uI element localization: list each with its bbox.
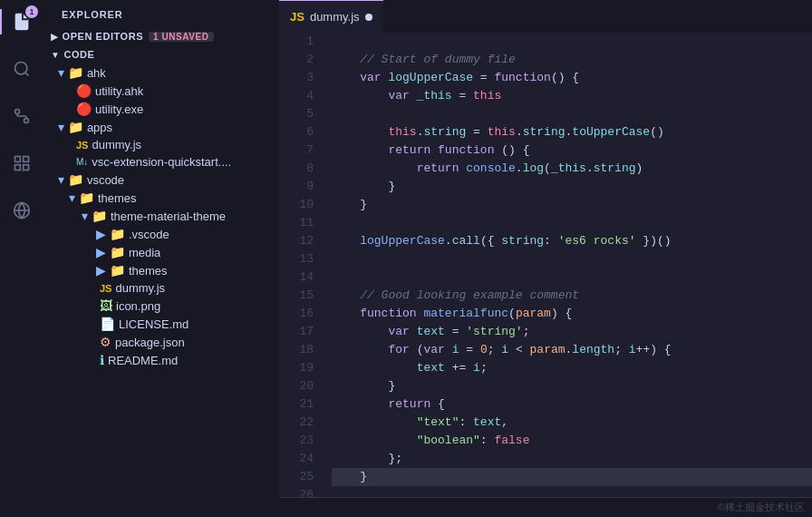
tree-item-package-json[interactable]: ⚙ package.json xyxy=(44,333,279,351)
tree-item-license-md[interactable]: 📄 LICENSE.md xyxy=(44,315,279,333)
folder-icon-media: ▶ 📁 xyxy=(96,245,125,259)
watermark-text: ©稀土掘金技术社区 xyxy=(718,501,805,514)
tree-label-utility-exe: utility.exe xyxy=(95,102,143,116)
tree-label-theme-material: theme-material-theme xyxy=(111,210,226,223)
code-line-16: function materialfunc(param) { xyxy=(332,305,812,323)
tree-label-package-json: package.json xyxy=(115,336,185,349)
tree-item-icon-png[interactable]: 🖼 icon.png xyxy=(44,297,279,315)
tree-item-vsc-ext[interactable]: M↓ vsc-extension-quickstart.... xyxy=(44,153,279,171)
exe-file-icon: 🔴 xyxy=(76,102,92,116)
tree-item-media[interactable]: ▶ 📁 media xyxy=(44,243,279,261)
tree-label-utility-ahk: utility.ahk xyxy=(95,84,143,98)
code-line-15: // Good looking example comment xyxy=(332,287,812,305)
svg-point-2 xyxy=(24,119,29,123)
code-line-12: logUpperCase.call({ string: 'es6 rocks' … xyxy=(332,232,812,250)
svg-rect-6 xyxy=(24,165,29,171)
code-line-14 xyxy=(332,268,812,287)
tree-item-themes2[interactable]: ▶ 📁 themes xyxy=(44,261,279,279)
open-editors-badge: 1 UNSAVED xyxy=(149,32,213,42)
remote-icon[interactable] xyxy=(0,189,44,232)
tree-item-theme-material[interactable]: ▾ 📁 theme-material-theme xyxy=(44,207,279,225)
ahk-file-icon: 🔴 xyxy=(76,83,92,98)
tree-label-ahk: ahk xyxy=(87,66,106,80)
license-file-icon: 📄 xyxy=(100,317,115,331)
code-line-1 xyxy=(332,33,812,51)
info-file-icon: ℹ xyxy=(100,353,104,367)
tab-dummy-js[interactable]: JS dummy.js xyxy=(279,0,383,33)
svg-rect-4 xyxy=(15,157,21,162)
tree-item-dummy-js-apps[interactable]: JS dummy.js xyxy=(44,136,279,153)
files-icon[interactable]: 1 xyxy=(0,0,44,44)
svg-line-1 xyxy=(25,73,29,76)
tree-label-dummy-js-apps: dummy.js xyxy=(92,138,141,151)
code-line-4: var _this = this xyxy=(332,87,812,105)
folder-open-icon-vscode: ▾ 📁 xyxy=(58,172,83,187)
folder-icon-dot-vscode: ▶ 📁 xyxy=(96,227,125,241)
svg-rect-5 xyxy=(24,157,29,162)
code-label: CODE xyxy=(63,49,94,60)
folder-open-icon-themes: ▾ 📁 xyxy=(69,190,94,205)
svg-point-0 xyxy=(15,63,27,74)
tree-item-themes[interactable]: ▾ 📁 themes xyxy=(44,189,279,207)
extensions-icon[interactable] xyxy=(0,141,44,185)
tree-item-dummy-js-tm[interactable]: JS dummy.js xyxy=(44,279,279,297)
tree-item-utility-exe[interactable]: 🔴 utility.exe xyxy=(44,100,279,118)
code-line-19: text += i; xyxy=(332,359,812,377)
code-line-2: // Start of dummy file xyxy=(332,51,812,69)
open-editors-header[interactable]: ▶ OPEN EDITORS 1 UNSAVED xyxy=(44,27,279,45)
search-icon[interactable] xyxy=(0,47,44,91)
files-badge: 1 xyxy=(25,5,38,18)
tree-label-dummy-js-tm: dummy.js xyxy=(115,281,165,295)
tree-item-apps[interactable]: ▾ 📁 apps xyxy=(44,118,279,136)
code-line-20: } xyxy=(332,377,812,395)
svg-rect-7 xyxy=(15,165,21,171)
tree-item-ahk[interactable]: ▾ 📁 ahk xyxy=(44,63,279,82)
tree-label-dot-vscode: .vscode xyxy=(129,228,169,241)
tab-js-icon: JS xyxy=(290,10,304,24)
tree-item-readme-md[interactable]: ℹ README.md xyxy=(44,351,279,369)
tree-item-vscode[interactable]: ▾ 📁 vscode xyxy=(44,171,279,189)
code-line-17: var text = 'string'; xyxy=(332,323,812,341)
tree-label-license-md: LICENSE.md xyxy=(119,317,188,331)
tab-dirty-indicator xyxy=(365,14,372,21)
pkg-file-icon: ⚙ xyxy=(100,335,111,349)
folder-open-icon-apps: ▾ 📁 xyxy=(58,120,83,134)
code-header[interactable]: ▼ CODE xyxy=(44,45,279,63)
code-line-3: var logUpperCase = function() { xyxy=(332,69,812,87)
code-line-21: return { xyxy=(332,395,812,414)
tab-label: dummy.js xyxy=(310,10,360,24)
code-line-6: this.string = this.string.toUpperCase() xyxy=(332,123,812,141)
file-tree: ▾ 📁 ahk 🔴 utility.ahk 🔴 utility.exe ▾ 📁 … xyxy=(44,63,279,517)
md-file-icon: M↓ xyxy=(76,157,88,167)
tree-item-utility-ahk[interactable]: 🔴 utility.ahk xyxy=(44,82,279,100)
tree-label-apps: apps xyxy=(87,121,112,134)
tree-item-dot-vscode[interactable]: ▶ 📁 .vscode xyxy=(44,225,279,243)
line-numbers: 12345 678910 1112131415 1617181920 21222… xyxy=(279,33,324,497)
code-editor: 12345 678910 1112131415 1617181920 21222… xyxy=(279,33,812,497)
code-line-8: return console.log(_this.string) xyxy=(332,160,812,178)
tree-label-vscode: vscode xyxy=(87,173,124,187)
tree-label-themes2: themes xyxy=(129,264,168,278)
folder-open-icon: ▾ 📁 xyxy=(58,65,83,80)
js-file-icon: JS xyxy=(76,140,88,151)
code-line-25: } xyxy=(332,468,812,486)
tree-label-media: media xyxy=(129,246,160,259)
source-control-icon[interactable] xyxy=(0,94,44,138)
code-line-24: }; xyxy=(332,450,812,468)
code-line-11 xyxy=(332,214,812,232)
code-arrow: ▼ xyxy=(51,50,60,60)
tree-label-vsc-ext: vsc-extension-quickstart.... xyxy=(92,155,231,169)
js-file-icon-tm: JS xyxy=(100,283,111,294)
code-line-7: return function () { xyxy=(332,141,812,160)
folder-icon-themes2: ▶ 📁 xyxy=(96,263,125,278)
tab-bar: JS dummy.js xyxy=(279,0,812,33)
code-line-13 xyxy=(332,250,812,268)
code-content[interactable]: // Start of dummy file var logUpperCase … xyxy=(324,33,812,497)
sidebar-title: EXPLORER xyxy=(44,0,279,27)
code-line-26 xyxy=(332,486,812,497)
status-bar: ©稀土掘金技术社区 xyxy=(279,497,812,517)
open-editors-label: OPEN EDITORS xyxy=(63,31,144,42)
code-line-5 xyxy=(332,105,812,123)
png-file-icon: 🖼 xyxy=(100,298,112,313)
code-line-9: } xyxy=(332,178,812,196)
